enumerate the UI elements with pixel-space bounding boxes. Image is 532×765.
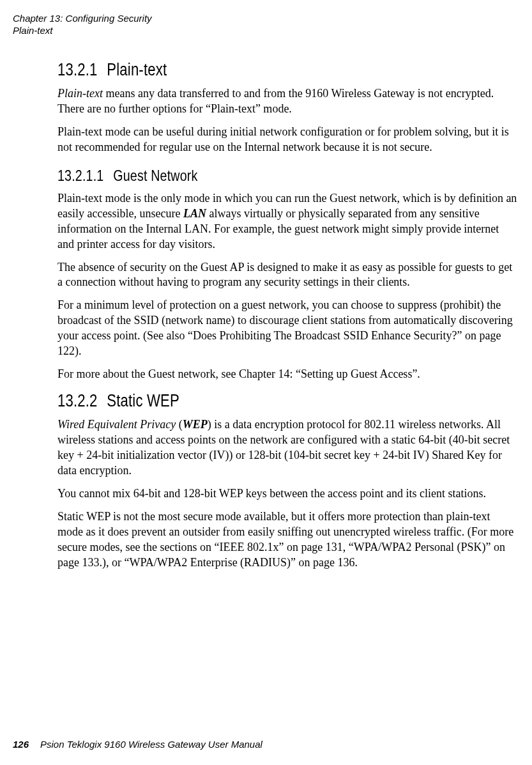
header-chapter: Chapter 13: Configuring Security	[13, 13, 152, 25]
text: (	[176, 418, 183, 431]
paragraph: Plain-text mode is the only mode in whic…	[57, 191, 517, 252]
paragraph: Plain-text mode can be useful during ini…	[57, 125, 517, 155]
term-wep-long: Wired Equivalent Privacy	[57, 418, 176, 431]
paragraph: The absence of security on the Guest AP …	[57, 260, 517, 291]
header-section: Plain-text	[13, 25, 152, 37]
heading-number: 13.2.1	[57, 60, 98, 80]
heading-title: Plain-text	[107, 60, 167, 79]
page-number: 126	[13, 739, 29, 750]
page: Chapter 13: Configuring Security Plain-t…	[0, 0, 532, 765]
heading-number: 13.2.2	[57, 391, 98, 411]
paragraph: For more about the Guest network, see Ch…	[57, 367, 517, 382]
paragraph: Wired Equivalent Privacy (WEP) is a data…	[57, 417, 517, 479]
heading-13-2-1: 13.2.1Plain-text	[57, 60, 434, 80]
text: means any data transferred to and from t…	[57, 87, 494, 115]
term-plain-text: Plain-text	[57, 87, 103, 100]
term-lan: LAN	[183, 207, 206, 220]
footer: 126Psion Teklogix 9160 Wireless Gateway …	[13, 739, 262, 750]
content-area: 13.2.1Plain-text Plain-text means any da…	[57, 51, 517, 578]
heading-title: Guest Network	[113, 167, 197, 184]
heading-13-2-2: 13.2.2Static WEP	[57, 391, 434, 411]
term-wep: WEP	[183, 418, 208, 431]
heading-number: 13.2.1.1	[57, 167, 103, 185]
running-header: Chapter 13: Configuring Security Plain-t…	[13, 13, 152, 37]
footer-title: Psion Teklogix 9160 Wireless Gateway Use…	[40, 739, 262, 750]
paragraph: You cannot mix 64-bit and 128-bit WEP ke…	[57, 486, 517, 502]
paragraph: Plain-text means any data transferred to…	[57, 86, 517, 117]
heading-title: Static WEP	[107, 391, 179, 410]
paragraph: For a minimum level of protection on a g…	[57, 298, 517, 359]
paragraph: Static WEP is not the most secure mode a…	[57, 509, 517, 571]
heading-13-2-1-1: 13.2.1.1Guest Network	[57, 167, 434, 185]
